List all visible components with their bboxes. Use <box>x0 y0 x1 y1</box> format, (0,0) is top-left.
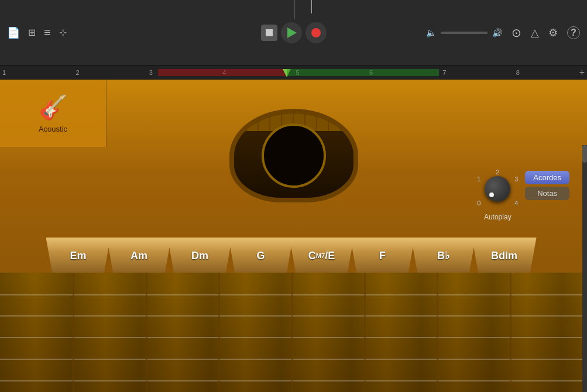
play-icon <box>287 27 297 38</box>
cycle-icon[interactable]: ⊙ <box>512 26 521 40</box>
mixer-icon[interactable]: ⊹ <box>59 27 67 38</box>
timeline-red-zone <box>158 69 287 76</box>
tuner-icon[interactable]: △ <box>531 26 539 39</box>
track-name-label: Acoustic <box>39 125 67 133</box>
list-view-icon[interactable]: ≡ <box>44 26 51 39</box>
chord-bb[interactable]: B♭ <box>411 238 476 274</box>
new-document-icon[interactable]: 📄 <box>7 26 20 39</box>
chord-g[interactable]: G <box>229 238 293 274</box>
autoplay-control: 2 3 4 0 1 Autoplay <box>477 169 518 221</box>
fret-5 <box>364 273 366 392</box>
timeline-num-8: 8 <box>514 69 587 76</box>
acordes-button[interactable]: Acordes <box>525 171 569 184</box>
timeline-num-1: 1 <box>0 69 73 76</box>
timeline-num-2: 2 <box>73 69 146 76</box>
guitar-body <box>212 97 376 214</box>
fret-7 <box>510 273 512 392</box>
chord-bdim[interactable]: Bdim <box>472 238 537 274</box>
track-view-icon[interactable]: ⊞ <box>28 27 36 38</box>
timeline-green-zone <box>287 69 439 76</box>
chord-cm7e[interactable]: CM7/E <box>290 238 354 274</box>
timeline-numbers: 1 2 3 4 5 6 7 8 <box>0 69 587 76</box>
toolbar-left-icons: 📄 ⊞ ≡ ⊹ <box>7 26 67 39</box>
timeline-num-7: 7 <box>440 69 513 76</box>
right-scrollbar[interactable] <box>582 145 587 392</box>
notas-button[interactable]: Notas <box>525 187 569 200</box>
volume-icon: 🔈 <box>426 28 436 37</box>
chord-dm[interactable]: Dm <box>168 238 232 274</box>
track-header[interactable]: 🎸 Acoustic <box>0 80 107 147</box>
fret-6 <box>437 273 438 392</box>
add-track-button[interactable]: + <box>579 67 585 78</box>
toolbar: 📄 ⊞ ≡ ⊹ 🔈 🔊 ⊙ △ ⚙ ? <box>0 0 587 66</box>
knob-label-0: 0 <box>477 200 480 207</box>
knob-position-dot <box>489 192 494 197</box>
timeline: 1 2 3 4 5 6 7 8 + <box>0 66 587 80</box>
knob-label-4: 4 <box>514 200 518 207</box>
controls-panel: 2 3 4 0 1 Autoplay Acordes Notas <box>477 169 569 221</box>
guitar-soundhole-ring <box>262 123 326 188</box>
fret-2 <box>146 273 147 392</box>
knob-label-2: 2 <box>496 169 499 176</box>
fret-4 <box>291 273 293 392</box>
fret-3 <box>218 273 220 392</box>
autoplay-knob[interactable] <box>485 176 510 202</box>
volume-control: 🔈 🔊 <box>426 28 502 37</box>
record-icon <box>311 28 321 37</box>
guitar-soundhole <box>229 109 358 202</box>
record-button[interactable] <box>305 22 327 43</box>
settings-icon[interactable]: ⚙ <box>548 26 558 39</box>
autoplay-label: Autoplay <box>484 213 512 221</box>
knob-label-1: 1 <box>477 176 480 183</box>
scrollbar-thumb[interactable] <box>582 145 587 163</box>
acoustic-guitar-icon: 🎸 <box>39 94 68 121</box>
help-icon[interactable]: ? <box>567 26 580 39</box>
fretboard[interactable] <box>0 273 582 392</box>
transport-controls <box>261 22 327 43</box>
stop-button[interactable] <box>261 25 277 41</box>
main-area: 🎸 Acoustic 2 3 4 0 1 <box>0 80 587 392</box>
volume-max-icon: 🔊 <box>492 28 502 37</box>
knob-container: 2 3 4 0 1 <box>477 169 518 209</box>
toolbar-right: 🔈 🔊 ⊙ △ ⚙ ? <box>426 26 580 40</box>
chord-am[interactable]: Am <box>107 238 171 274</box>
chord-em[interactable]: Em <box>46 238 111 274</box>
volume-slider[interactable] <box>441 32 488 34</box>
play-button[interactable] <box>281 22 302 43</box>
knob-label-3: 3 <box>514 176 518 183</box>
chords-row: Em Am Dm G CM7/E F B♭ Bdim <box>0 238 582 274</box>
fret-1 <box>73 273 74 392</box>
mode-buttons: Acordes Notas <box>525 171 569 200</box>
chord-f[interactable]: F <box>351 238 415 274</box>
